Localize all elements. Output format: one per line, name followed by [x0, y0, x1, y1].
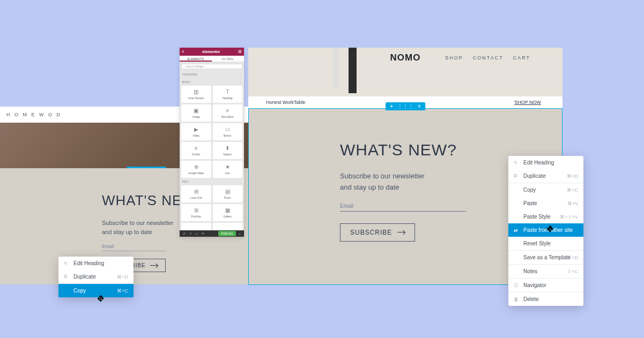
ctx-copy[interactable]: Copy ⌘+C: [58, 284, 134, 297]
cursor-pointer-icon: ✥: [97, 294, 103, 302]
elementor-footer: ⚙ ↺ ▭ 👁 PUBLISH ▴: [180, 230, 244, 237]
hamburger-icon[interactable]: ≡: [182, 49, 184, 54]
context-menu-right: ✎ Edit Heading ⧉ Duplicate ⌘+D Copy ⌘+C …: [508, 156, 583, 306]
arrow-right-icon: [397, 232, 405, 232]
plus-icon[interactable]: +: [131, 168, 134, 168]
drag-icon[interactable]: ⋮⋮⋮: [397, 103, 413, 109]
history-icon[interactable]: ↺: [188, 231, 193, 236]
ctx-paste-style[interactable]: Paste Style ⌘+⇧+V: [508, 210, 583, 223]
widget-button[interactable]: ▭Button: [213, 123, 243, 140]
responsive-icon[interactable]: ▭: [194, 231, 199, 236]
ctx-edit-heading[interactable]: ✎ Edit Heading: [58, 257, 134, 270]
elementor-header: ≡ elementor ⊞: [180, 48, 244, 56]
product-image: [349, 48, 357, 93]
map-icon: ⊕: [194, 164, 198, 170]
widget-partial[interactable]: [213, 223, 243, 230]
product-title: Honest WorkTable: [266, 100, 305, 105]
plus-icon[interactable]: +: [390, 103, 393, 109]
ctx-delete[interactable]: 🗑 Delete: [508, 292, 583, 306]
section-edit-handle[interactable]: + ⋮⋮⋮ ×: [127, 167, 166, 168]
cursor-pointer-icon: ✥: [546, 224, 553, 232]
ctx-edit-heading[interactable]: ✎ Edit Heading: [508, 156, 583, 169]
text-icon: T: [226, 89, 229, 95]
trash-icon: 🗑: [514, 297, 519, 302]
divider-icon: ≡: [195, 145, 198, 151]
arrow-right-icon: [150, 265, 158, 266]
context-menu-left: ✎ Edit Heading ⧉ Duplicate ⌘+D Copy ⌘+C: [58, 257, 134, 297]
gallery-icon: ▦: [225, 207, 230, 213]
email-input[interactable]: Email: [102, 244, 166, 251]
pencil-icon: ✎: [514, 160, 519, 166]
elementor-sidebar: ≡ elementor ⊞ ELEMENTS GLOBAL ⌕ Search W…: [180, 48, 244, 237]
widget-google-maps[interactable]: ⊕Google Maps: [181, 161, 211, 178]
preview-icon[interactable]: 👁: [201, 231, 205, 236]
ctx-navigator[interactable]: ☰ Navigator: [508, 279, 583, 292]
ctx-save-template[interactable]: Save as a Template ⌘+D: [508, 251, 583, 264]
spacer-icon: ⬍: [225, 145, 230, 151]
homewod-logo: H O M E W O D: [6, 112, 62, 117]
drag-icon[interactable]: ⋮⋮⋮: [138, 168, 154, 168]
widget-heading[interactable]: THeading: [213, 86, 243, 103]
widget-text-editor[interactable]: ≡Text Editor: [213, 104, 243, 122]
nav-contact[interactable]: CONTACT: [473, 55, 504, 61]
ctx-paste[interactable]: Paste ⌘+V: [508, 197, 583, 210]
search-icon: ⌕: [183, 65, 185, 68]
chevron-up-icon[interactable]: ▴: [238, 231, 242, 236]
ctx-paste-from-other-site[interactable]: ⇄ Paste from other site: [508, 223, 583, 237]
widget-divider[interactable]: ≡Divider: [181, 142, 211, 159]
settings-icon[interactable]: ⚙: [181, 231, 186, 236]
email-input[interactable]: Email: [340, 203, 466, 212]
posts-icon: ▤: [225, 189, 230, 194]
ctx-reset-style[interactable]: Reset Style: [508, 237, 583, 250]
category-favorites[interactable]: FAVORITES ⌄: [180, 71, 244, 78]
widget-video[interactable]: ▶Video: [181, 123, 211, 140]
editor-icon: ≡: [226, 108, 229, 114]
widget-partial[interactable]: [181, 223, 211, 230]
ctx-duplicate[interactable]: ⧉ Duplicate ⌘+D: [508, 169, 583, 183]
ctx-copy[interactable]: Copy ⌘+C: [508, 183, 583, 197]
star-icon: ★: [225, 164, 230, 170]
nav-cart[interactable]: CART: [513, 55, 530, 61]
chevron-down-icon: ⌄: [239, 80, 241, 84]
elementor-logo: elementor: [202, 50, 220, 54]
widget-spacer[interactable]: ⬍Spacer: [213, 142, 243, 159]
section-edit-handle[interactable]: + ⋮⋮⋮ ×: [386, 102, 425, 110]
image-icon: ▣: [194, 108, 198, 114]
category-pro[interactable]: PRO ⌄: [180, 178, 244, 185]
chevron-down-icon: ⌄: [239, 73, 241, 76]
tab-elements[interactable]: ELEMENTS: [180, 56, 212, 62]
widget-posts[interactable]: ▤Posts: [213, 185, 243, 202]
elementor-tabs: ELEMENTS GLOBAL: [180, 56, 244, 62]
navigator-icon: ☰: [514, 283, 519, 288]
close-icon[interactable]: ×: [159, 168, 162, 168]
tab-global[interactable]: GLOBAL: [212, 56, 244, 62]
nav-shop[interactable]: SHOP: [445, 55, 463, 61]
nomo-logo: NOMO: [390, 52, 421, 63]
swap-icon: ⇄: [514, 228, 519, 233]
widget-icon[interactable]: ★Icon: [213, 161, 243, 178]
copy-icon: ⧉: [64, 274, 69, 280]
button-icon: ▭: [225, 126, 230, 132]
portfolio-icon: ⊞: [194, 207, 198, 213]
widget-gallery[interactable]: ▦Gallery: [213, 204, 243, 221]
ctx-notes[interactable]: Notes ⇧+C: [508, 265, 583, 278]
widget-grid-pro: ⊞Loop Grid ▤Posts ⊞Portfolio ▦Gallery: [180, 185, 244, 230]
grid-icon: ⊞: [194, 189, 198, 194]
nomo-hero: [248, 68, 562, 96]
ctx-duplicate[interactable]: ⧉ Duplicate ⌘+D: [58, 270, 134, 283]
subscribe-button[interactable]: SUBSCRIBE: [340, 223, 415, 242]
publish-button[interactable]: PUBLISH: [218, 231, 236, 236]
chevron-down-icon: ⌄: [239, 180, 241, 183]
shop-now-link[interactable]: SHOP NOW: [514, 100, 541, 105]
close-icon[interactable]: ×: [418, 103, 421, 109]
widget-image[interactable]: ▣Image: [181, 104, 211, 122]
widget-grid-basic: ▥Inner Section THeading ▣Image ≡Text Edi…: [180, 86, 244, 178]
widget-portfolio[interactable]: ⊞Portfolio: [181, 204, 211, 221]
grid-icon[interactable]: ⊞: [238, 49, 242, 54]
category-basic[interactable]: BASIC ⌄: [180, 78, 244, 86]
widget-inner-section[interactable]: ▥Inner Section: [181, 86, 211, 103]
video-icon: ▶: [194, 126, 198, 132]
widget-loop-grid[interactable]: ⊞Loop Grid: [181, 185, 211, 202]
product-image: [334, 48, 338, 88]
search-input[interactable]: ⌕ Search Widget...: [181, 64, 242, 69]
